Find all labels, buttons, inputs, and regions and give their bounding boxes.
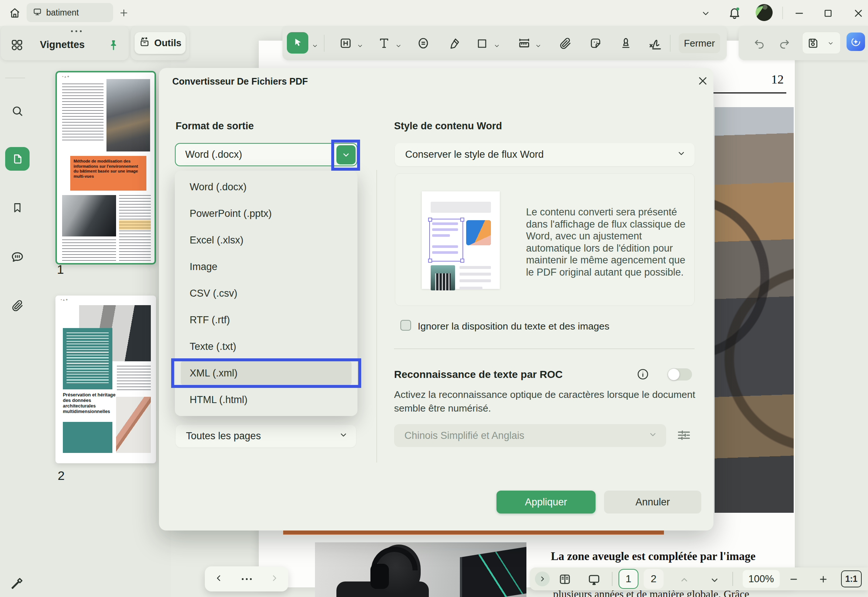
tools-button[interactable]: Outils: [135, 32, 186, 54]
close-window-icon[interactable]: [853, 7, 864, 19]
chevron-down-icon[interactable]: [709, 575, 720, 585]
ocr-settings-sliders-icon[interactable]: [675, 426, 693, 445]
format-select[interactable]: Word (.docx): [175, 143, 357, 166]
ocr-toggle-off[interactable]: [668, 368, 692, 380]
paperclip-icon[interactable]: [10, 298, 24, 313]
next-page-icon[interactable]: [270, 574, 279, 584]
format-option[interactable]: CSV (.csv): [175, 280, 357, 307]
ignore-layout-checkbox[interactable]: [401, 320, 411, 331]
chevron-down-icon[interactable]: [311, 42, 319, 49]
two-page-view-icon[interactable]: [558, 572, 572, 586]
document-icon[interactable]: [11, 152, 24, 165]
ignore-layout-label: Ignorer la disposition du texte et des i…: [418, 321, 610, 332]
prev-page-icon[interactable]: [214, 574, 223, 584]
format-option-highlighted[interactable]: XML (.xml): [175, 360, 357, 386]
avatar[interactable]: [756, 4, 773, 21]
maximize-icon[interactable]: [822, 7, 834, 19]
page-range-value: Toutes les pages: [186, 431, 261, 442]
page-thumbnail-1[interactable]: ▪▴● Méthode de modélisation des informat…: [55, 71, 156, 264]
text-lines-placeholder: [62, 239, 116, 261]
style-description: Le contenu converti sera présenté dans l…: [526, 206, 692, 278]
chevron-up-icon[interactable]: [679, 575, 689, 585]
more-pages-icon[interactable]: [242, 578, 252, 580]
dialog-column-divider: [376, 170, 377, 463]
page-2-button[interactable]: 2: [643, 569, 664, 589]
thumbnail-1-label: 1: [57, 262, 64, 277]
bookmark-icon[interactable]: [11, 201, 24, 214]
document-preview-illustration: [422, 192, 500, 289]
attachment-tool-icon[interactable]: [558, 36, 572, 50]
chevron-down-icon[interactable]: [493, 42, 500, 49]
highlighter-tool-icon[interactable]: [447, 36, 462, 50]
undo-icon[interactable]: [753, 37, 766, 50]
zoom-out-icon[interactable]: [789, 574, 799, 584]
thumb2-title: Préservation et héritage des données arc…: [63, 392, 121, 414]
word-style-select[interactable]: Conserver le style de flux Word: [395, 143, 695, 166]
close-tools-button[interactable]: Fermer: [679, 33, 720, 53]
chevron-down-icon[interactable]: [395, 42, 402, 49]
sticker-tool-icon[interactable]: [588, 36, 603, 50]
heading-tool-icon[interactable]: [339, 36, 353, 50]
info-icon[interactable]: [636, 367, 650, 381]
format-option[interactable]: Texte (.txt): [175, 333, 357, 360]
comment-icon[interactable]: [10, 250, 25, 264]
ocr-section-label: Reconnaissance de texte par ROC: [394, 369, 563, 380]
tab-batiment[interactable]: batiment: [27, 3, 113, 22]
text-lines-placeholder: [67, 333, 109, 385]
format-option[interactable]: HTML (.html): [175, 386, 357, 413]
format-option[interactable]: Excel (.xlsx): [175, 227, 357, 254]
format-option[interactable]: RTF (.rtf): [175, 307, 357, 333]
format-option[interactable]: Image: [175, 254, 357, 280]
thumb2-teal-block: [63, 328, 112, 389]
home-icon[interactable]: [7, 6, 22, 20]
tools-card: Outils: [131, 26, 189, 60]
redo-icon[interactable]: [778, 37, 791, 50]
select-tool-button[interactable]: [287, 32, 308, 53]
titlebar-divider: [782, 7, 783, 19]
chevron-down-icon[interactable]: [534, 42, 542, 49]
chevron-down-icon[interactable]: [700, 9, 711, 18]
signature-tool-icon[interactable]: [647, 36, 663, 51]
format-option[interactable]: Word (.docx): [175, 174, 357, 200]
ocr-language-select-disabled[interactable]: Chinois Simplifié et Anglais: [394, 424, 666, 447]
search-icon[interactable]: [10, 104, 24, 118]
chevron-down-icon[interactable]: [356, 42, 364, 49]
text-tool-icon[interactable]: [377, 36, 391, 50]
stamp-tool-icon[interactable]: [619, 36, 633, 50]
minimize-icon[interactable]: [793, 7, 805, 19]
comment-tool-icon[interactable]: [416, 36, 430, 50]
zoom-level[interactable]: 100%: [743, 570, 780, 588]
save-button-group[interactable]: [802, 32, 841, 54]
history-save-card: [738, 26, 868, 60]
shape-tool-icon[interactable]: [475, 37, 489, 50]
page-range-select[interactable]: Toutes les pages: [176, 425, 356, 447]
monitor-icon: [33, 7, 42, 18]
presentation-mode-icon[interactable]: [587, 572, 601, 587]
grid-apps-icon[interactable]: [10, 38, 24, 52]
chevron-down-icon: [677, 149, 686, 160]
pin-icon[interactable]: [107, 39, 120, 53]
ai-assistant-button[interactable]: [847, 33, 865, 51]
apply-button[interactable]: Appliquer: [496, 491, 596, 514]
notifications-bell-icon[interactable]: [727, 5, 742, 21]
new-tab-icon[interactable]: [118, 7, 130, 18]
thumb-header-icons: ▪▴●: [61, 298, 69, 301]
toolbar-divider: [324, 35, 325, 52]
measure-tool-icon[interactable]: [517, 36, 532, 51]
cancel-button[interactable]: Annuler: [604, 491, 701, 514]
actual-size-button[interactable]: 1:1: [841, 570, 862, 587]
pen-tool-icon[interactable]: [9, 575, 25, 591]
zoom-in-icon[interactable]: [818, 574, 828, 584]
collapse-bar-icon[interactable]: [535, 572, 550, 586]
thumbnail-2-label: 2: [58, 468, 65, 483]
dialog-section-divider: [394, 348, 695, 349]
main-toolbar: Fermer: [283, 26, 727, 60]
format-option[interactable]: PowerPoint (.pptx): [175, 200, 357, 227]
page-thumbnail-2[interactable]: ▪▴● Préservation et héritage des données…: [55, 296, 156, 463]
format-section-label: Format de sortie: [176, 120, 254, 132]
page-1-button[interactable]: 1: [618, 569, 639, 589]
dialog-close-icon[interactable]: [696, 74, 710, 88]
chevron-down-icon: [339, 431, 348, 442]
statusbar-divider: [612, 572, 613, 586]
panel-drag-handle[interactable]: [71, 30, 82, 32]
